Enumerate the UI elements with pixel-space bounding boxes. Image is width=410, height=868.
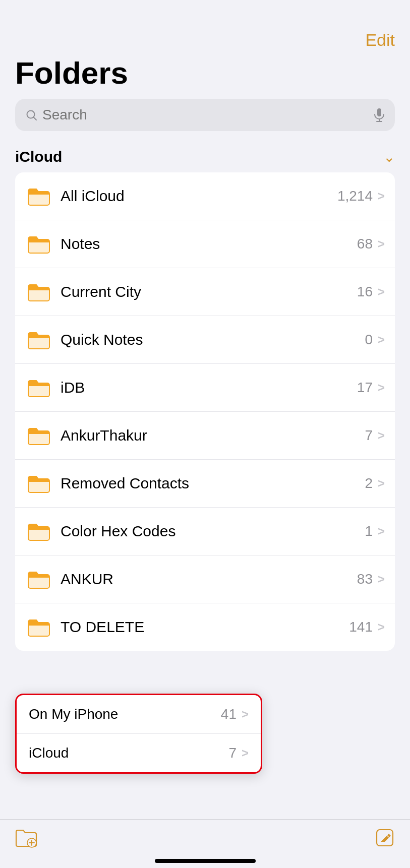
folder-item[interactable]: ANKUR 83 > — [15, 555, 395, 603]
chevron-right-icon: > — [242, 707, 249, 721]
folder-item[interactable]: Color Hex Codes 1 > — [15, 508, 395, 555]
folder-icon — [25, 470, 52, 497]
folder-count: 17 — [357, 380, 373, 396]
folder-item[interactable]: Quick Notes 0 > — [15, 316, 395, 364]
dropdown-item-count: 41 — [221, 706, 237, 722]
folder-item[interactable]: Removed Contacts 2 > — [15, 460, 395, 508]
folder-item[interactable]: Current City 16 > — [15, 268, 395, 316]
chevron-right-icon: > — [242, 746, 249, 760]
icloud-section-title: iCloud — [15, 148, 62, 165]
search-bar[interactable] — [15, 99, 395, 131]
folder-count: 7 — [365, 427, 373, 444]
folder-list: All iCloud 1,214 > Notes 68 > Current Ci… — [15, 172, 395, 651]
folder-icon — [25, 326, 52, 353]
folder-count: 141 — [349, 619, 373, 635]
chevron-right-icon: > — [378, 381, 385, 395]
icloud-section-header[interactable]: iCloud ⌄ — [15, 141, 395, 172]
folder-name: AnkurThakur — [61, 427, 365, 444]
folder-icon — [25, 613, 52, 641]
svg-rect-2 — [377, 108, 381, 116]
home-indicator — [155, 859, 256, 863]
folder-count: 16 — [357, 284, 373, 300]
folder-name: Removed Contacts — [61, 475, 365, 492]
new-folder-button[interactable] — [15, 828, 37, 848]
folder-count: 1,214 — [337, 188, 373, 204]
folder-name: Current City — [61, 283, 357, 300]
folder-icon — [25, 422, 52, 449]
chevron-down-icon: ⌄ — [383, 149, 395, 165]
mic-icon — [374, 108, 385, 122]
folder-icon — [25, 182, 52, 210]
dropdown-item-count: 7 — [228, 745, 237, 761]
page-title: Folders — [0, 55, 410, 99]
folder-count: 83 — [357, 571, 373, 587]
icloud-section: iCloud ⌄ All iCloud 1,214 > Notes 68 > C… — [0, 141, 410, 651]
folder-name: TO DELETE — [61, 618, 349, 636]
folder-name: Quick Notes — [61, 331, 365, 348]
search-icon — [25, 109, 37, 121]
folder-item[interactable]: All iCloud 1,214 > — [15, 172, 395, 220]
folder-name: ANKUR — [61, 571, 357, 588]
edit-button[interactable]: Edit — [365, 30, 395, 50]
chevron-right-icon: > — [378, 620, 385, 634]
folder-item[interactable]: iDB 17 > — [15, 364, 395, 412]
chevron-right-icon: > — [378, 189, 385, 203]
folder-name: Notes — [61, 235, 357, 253]
dropdown-item[interactable]: iCloud 7 > — [17, 734, 261, 772]
search-bar-container — [0, 99, 410, 141]
folder-name: Color Hex Codes — [61, 523, 365, 540]
dropdown-item[interactable]: On My iPhone 41 > — [17, 695, 261, 734]
folder-icon — [25, 374, 52, 401]
compose-button[interactable] — [375, 828, 395, 848]
chevron-right-icon: > — [378, 333, 385, 347]
folder-name: All iCloud — [61, 188, 337, 205]
folder-icon — [25, 278, 52, 305]
chevron-right-icon: > — [378, 572, 385, 586]
chevron-right-icon: > — [378, 428, 385, 443]
header: Edit — [0, 0, 410, 55]
folder-item[interactable]: AnkurThakur 7 > — [15, 412, 395, 460]
dropdown-item-name: On My iPhone — [29, 706, 221, 722]
chevron-right-icon: > — [378, 476, 385, 490]
chevron-right-icon: > — [378, 285, 385, 299]
dropdown-item-name: iCloud — [29, 745, 228, 761]
folder-icon — [25, 230, 52, 258]
svg-line-1 — [34, 117, 37, 120]
folder-count: 1 — [365, 523, 373, 539]
folder-icon — [25, 518, 52, 545]
chevron-right-icon: > — [378, 237, 385, 251]
folder-name: iDB — [61, 379, 357, 396]
folder-icon — [25, 566, 52, 593]
chevron-right-icon: > — [378, 524, 385, 538]
folder-count: 68 — [357, 236, 373, 252]
search-input[interactable] — [42, 107, 369, 123]
folder-count: 2 — [365, 475, 373, 491]
folder-count: 0 — [365, 332, 373, 348]
dropdown-popup: On My iPhone 41 > iCloud 7 > — [15, 694, 262, 774]
folder-item[interactable]: TO DELETE 141 > — [15, 603, 395, 651]
folder-item[interactable]: Notes 68 > — [15, 220, 395, 268]
